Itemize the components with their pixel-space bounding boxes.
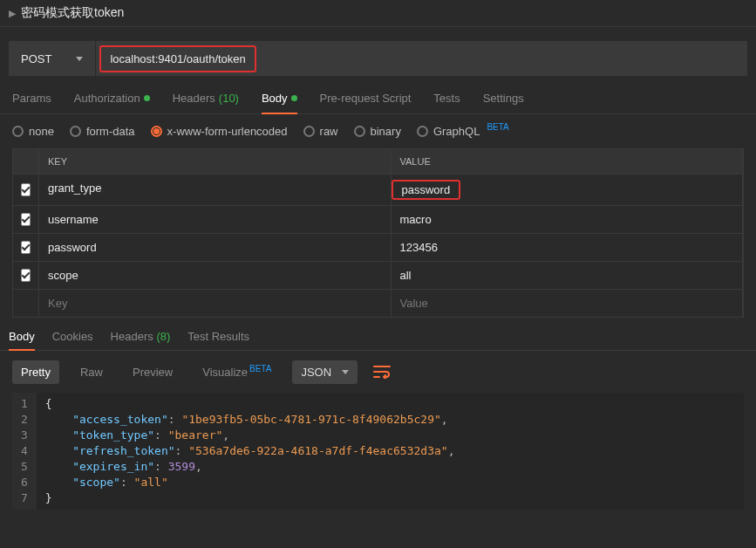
checkbox[interactable]	[21, 183, 31, 196]
method-label: POST	[21, 52, 51, 65]
format-selector[interactable]: JSON	[292, 360, 358, 384]
visualize-button[interactable]: VisualizeBETA	[194, 360, 280, 384]
radio-graphql[interactable]: GraphQLBETA	[417, 125, 509, 138]
radio-none[interactable]: none	[12, 125, 54, 138]
kv-head-key: KEY	[39, 149, 392, 174]
kv-row: scope all	[13, 261, 743, 289]
line-gutter: 1234567	[12, 393, 37, 510]
tab-headers[interactable]: Headers (10)	[173, 92, 239, 113]
kv-value[interactable]: 123456	[392, 234, 744, 261]
check-icon	[22, 270, 31, 278]
kv-value[interactable]: all	[392, 262, 744, 289]
url-input[interactable]: localhost:9401/oauth/token	[96, 41, 747, 76]
check-icon	[22, 184, 31, 193]
tab-settings[interactable]: Settings	[483, 92, 524, 113]
radio-raw[interactable]: raw	[303, 125, 338, 138]
check-icon	[22, 214, 31, 223]
dot-icon	[144, 95, 150, 101]
kv-row: username macro	[13, 205, 743, 233]
tab-tests[interactable]: Tests	[433, 92, 460, 113]
caret-right-icon: ▶	[9, 8, 16, 19]
kv-key[interactable]: username	[39, 206, 392, 233]
tab-authorization[interactable]: Authorization	[74, 92, 150, 113]
kv-value[interactable]: macro	[392, 206, 744, 233]
resp-tab-body[interactable]: Body	[9, 330, 35, 350]
kv-row: password 123456	[13, 233, 743, 261]
resp-tab-cookies[interactable]: Cookies	[52, 330, 93, 350]
resp-tab-headers[interactable]: Headers (8)	[111, 330, 171, 350]
kv-table: KEY VALUE grant_type password username m…	[12, 148, 744, 318]
kv-head-value: VALUE	[392, 149, 744, 174]
response-body: 1234567 { "access_token": "1be93fb5-05bc…	[12, 393, 744, 510]
checkbox[interactable]	[21, 241, 31, 254]
kv-value[interactable]: password	[392, 175, 744, 205]
tab-header: ▶ 密码模式获取token	[0, 0, 756, 27]
chevron-down-icon	[76, 57, 83, 61]
resp-tab-testresults[interactable]: Test Results	[187, 330, 249, 350]
request-bar: POST localhost:9401/oauth/token	[9, 41, 747, 76]
radio-binary[interactable]: binary	[354, 125, 401, 138]
kv-key[interactable]: scope	[39, 262, 392, 289]
raw-button[interactable]: Raw	[72, 360, 112, 384]
response-toolbar: Pretty Raw Preview VisualizeBETA JSON	[0, 351, 756, 393]
preview-button[interactable]: Preview	[124, 360, 181, 384]
body-type-row: none form-data x-www-form-urlencoded raw…	[0, 114, 756, 148]
kv-row: grant_type password	[13, 174, 743, 205]
chevron-down-icon	[342, 370, 349, 374]
kv-header: KEY VALUE	[13, 149, 743, 174]
checkbox[interactable]	[21, 213, 31, 226]
radio-urlencoded[interactable]: x-www-form-urlencoded	[151, 125, 288, 138]
tab-body[interactable]: Body	[262, 92, 297, 113]
tab-params[interactable]: Params	[12, 92, 51, 113]
kv-head-blank	[13, 149, 39, 174]
wrap-lines-icon[interactable]	[370, 360, 394, 384]
request-subtabs: Params Authorization Headers (10) Body P…	[0, 76, 756, 114]
kv-value-placeholder[interactable]: Value	[392, 290, 744, 317]
kv-key[interactable]: password	[39, 234, 392, 261]
response-tabs: Body Cookies Headers (8) Test Results	[0, 318, 756, 351]
tab-prerequest[interactable]: Pre-request Script	[320, 92, 412, 113]
code-lines[interactable]: { "access_token": "1be93fb5-05bc-4781-97…	[37, 393, 464, 510]
check-icon	[22, 242, 31, 250]
kv-key[interactable]: grant_type	[39, 175, 392, 205]
dot-icon	[291, 95, 297, 101]
pretty-button[interactable]: Pretty	[12, 360, 59, 384]
kv-key-placeholder[interactable]: Key	[39, 290, 392, 317]
kv-row-empty: Key Value	[13, 289, 743, 317]
checkbox[interactable]	[21, 269, 31, 282]
url-text: localhost:9401/oauth/token	[99, 45, 255, 72]
method-selector[interactable]: POST	[9, 41, 96, 76]
radio-formdata[interactable]: form-data	[70, 125, 135, 138]
tab-title: 密码模式获取token	[21, 5, 124, 21]
